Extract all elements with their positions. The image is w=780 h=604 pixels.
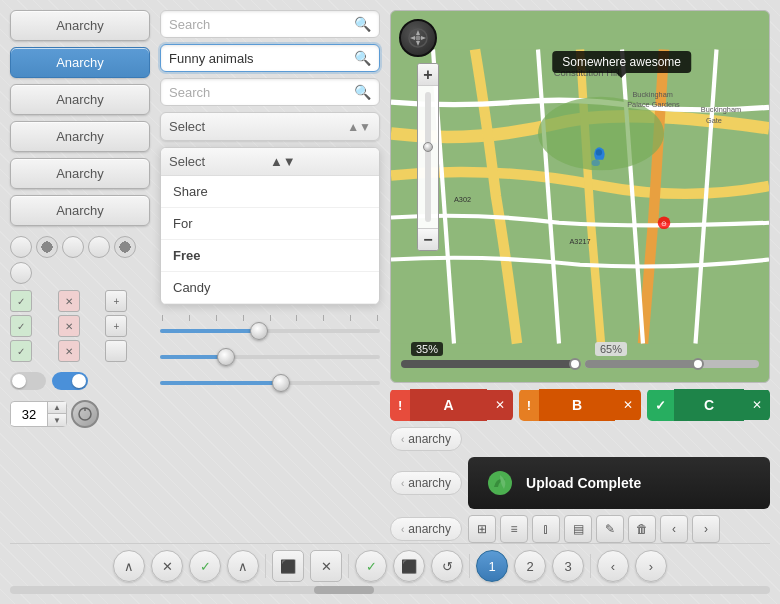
toolbar-btn-sq1[interactable]: ⬛ [272, 550, 304, 582]
toolbar-btn-x1[interactable]: ✕ [151, 550, 183, 582]
next-page-btn[interactable]: › [635, 550, 667, 582]
progress-left-thumb[interactable] [569, 358, 581, 370]
checkbox-empty[interactable] [105, 340, 127, 362]
page-btn-3[interactable]: 3 [552, 550, 584, 582]
svg-marker-17 [416, 41, 420, 46]
bar-view-btn[interactable]: ▤ [564, 515, 592, 543]
alert-btn-b[interactable]: ! B ✕ [519, 389, 642, 421]
dropdown-item-candy[interactable]: Candy [161, 272, 379, 304]
toggle-off[interactable] [10, 372, 46, 390]
toolbar-sep-4 [590, 554, 591, 578]
anarchy-btn-6[interactable]: Anarchy [10, 195, 150, 226]
alert-btn-a[interactable]: ! A ✕ [390, 389, 513, 421]
anarchy-tag-1[interactable]: ‹ anarchy [390, 427, 462, 451]
checkbox-x-3[interactable]: ✕ [58, 340, 80, 362]
anarchy-tag-3[interactable]: ‹ anarchy [390, 517, 462, 541]
radio-4[interactable] [88, 236, 110, 258]
anarchy-btn-5[interactable]: Anarchy [10, 158, 150, 189]
anarchy-btn-1[interactable]: Anarchy [10, 10, 150, 41]
search-box-1[interactable]: 🔍 [160, 10, 380, 38]
toolbar-btn-undo[interactable]: ↺ [431, 550, 463, 582]
map-container[interactable]: Constitution Hill Buckingham Palace Gard… [390, 10, 770, 383]
toolbar-btn-check2[interactable]: ✓ [355, 550, 387, 582]
page-btn-1[interactable]: 1 [476, 550, 508, 582]
scrollbar-thumb[interactable] [314, 586, 374, 594]
dropdown-item-share[interactable]: Share [161, 176, 379, 208]
search-box-2[interactable]: 🔍 [160, 44, 380, 72]
spinner-up[interactable]: ▲ [48, 402, 66, 414]
progress-right-label: 65% [595, 342, 627, 356]
toolbar-sep-1 [265, 554, 266, 578]
radio-5[interactable] [114, 236, 136, 258]
dropdown-item-for[interactable]: For [161, 208, 379, 240]
slider-3[interactable] [160, 373, 380, 393]
slider-1-thumb[interactable] [250, 322, 268, 340]
checkbox-x-1[interactable]: ✕ [58, 290, 80, 312]
prev-page-btn[interactable]: ‹ [597, 550, 629, 582]
upload-button[interactable]: Upload Complete [468, 457, 770, 509]
toolbar-btn-sq2[interactable]: ✕ [310, 550, 342, 582]
slider-3-thumb[interactable] [272, 374, 290, 392]
zoom-in-btn[interactable]: + [418, 64, 438, 86]
toolbar-btn-up1[interactable]: ∧ [113, 550, 145, 582]
delete-btn[interactable]: 🗑 [628, 515, 656, 543]
alert-label-a: A [410, 389, 486, 421]
alert-icon-c: ✓ [647, 390, 674, 421]
zoom-out-btn[interactable]: − [418, 228, 438, 250]
svg-text:A3217: A3217 [570, 237, 591, 246]
radio-1[interactable] [10, 236, 32, 258]
search-input-1[interactable] [169, 17, 348, 32]
toolbar-btn-check1[interactable]: ✓ [189, 550, 221, 582]
toolbar-btn-up2[interactable]: ∧ [227, 550, 259, 582]
progress-right-bar [585, 360, 759, 368]
search-input-3[interactable] [169, 85, 348, 100]
radio-6[interactable] [10, 262, 32, 284]
column-view-btn[interactable]: ⫿ [532, 515, 560, 543]
dropdown-header[interactable]: Select ▲▼ [161, 148, 379, 176]
slider-1[interactable] [160, 321, 380, 341]
scrollbar[interactable] [10, 586, 770, 594]
action-row-3: ‹ anarchy ⊞ ≡ ⫿ ▤ ✎ 🗑 ‹ › [390, 515, 770, 543]
svg-point-20 [416, 36, 421, 41]
radio-2[interactable] [36, 236, 58, 258]
alert-close-c[interactable]: ✕ [744, 390, 770, 420]
grid-view-btn[interactable]: ⊞ [468, 515, 496, 543]
spinner-down[interactable]: ▼ [48, 414, 66, 426]
zoom-thumb[interactable] [423, 142, 433, 152]
slider-2-bg [160, 355, 380, 359]
next-btn[interactable]: › [692, 515, 720, 543]
svg-text:Palace Gardens: Palace Gardens [627, 100, 680, 109]
page-btn-2[interactable]: 2 [514, 550, 546, 582]
alert-close-b[interactable]: ✕ [615, 390, 641, 420]
dropdown-item-free[interactable]: Free [161, 240, 379, 272]
checkbox-checked-2[interactable]: ✓ [10, 315, 32, 337]
checkbox-x-2[interactable]: ✕ [58, 315, 80, 337]
slider-2[interactable] [160, 347, 380, 367]
toggle-on[interactable] [52, 372, 88, 390]
prev-btn[interactable]: ‹ [660, 515, 688, 543]
radio-3[interactable] [62, 236, 84, 258]
edit-btn[interactable]: ✎ [596, 515, 624, 543]
progress-right-thumb[interactable] [692, 358, 704, 370]
tag-arrow-3: ‹ [401, 524, 404, 535]
search-input-2[interactable] [169, 51, 348, 66]
anarchy-btn-3[interactable]: Anarchy [10, 84, 150, 115]
spinner-input[interactable]: 32 [11, 404, 47, 425]
anarchy-btn-4[interactable]: Anarchy [10, 121, 150, 152]
alert-btn-c[interactable]: ✓ C ✕ [647, 389, 770, 421]
select-closed[interactable]: Select ▲▼ [160, 112, 380, 141]
slider-with-ticks [160, 315, 380, 341]
anarchy-tag-2[interactable]: ‹ anarchy [390, 471, 462, 495]
anarchy-btn-2[interactable]: Anarchy [10, 47, 150, 78]
checkbox-checked-1[interactable]: ✓ [10, 290, 32, 312]
search-box-3[interactable]: 🔍 [160, 78, 380, 106]
list-view-btn[interactable]: ≡ [500, 515, 528, 543]
checkbox-plus-2[interactable]: + [105, 315, 127, 337]
alert-close-a[interactable]: ✕ [487, 390, 513, 420]
select-label: Select [169, 119, 341, 134]
toolbar-btn-sq3[interactable]: ⬛ [393, 550, 425, 582]
map-nav-control[interactable] [399, 19, 437, 57]
checkbox-plus-1[interactable]: + [105, 290, 127, 312]
checkbox-checked-3[interactable]: ✓ [10, 340, 32, 362]
slider-2-thumb[interactable] [217, 348, 235, 366]
